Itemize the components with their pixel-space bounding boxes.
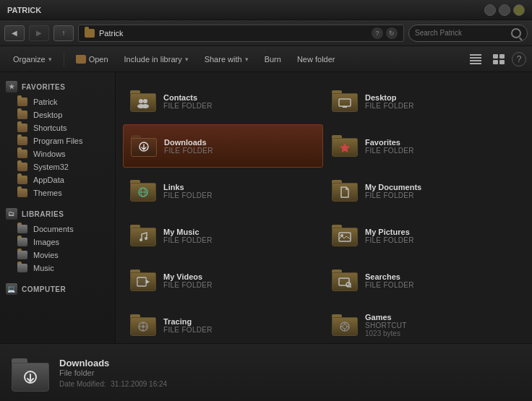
toolbar-right: ? [466,50,526,69]
tracing-type: File folder [163,326,316,334]
organize-button[interactable]: Organize [6,50,59,69]
sidebar-section-header-favorites: ★ Favorites [0,78,115,95]
svg-rect-7 [499,60,505,64]
sidebar-item-themes[interactable]: Themes [0,186,115,199]
libraries-section-icon: 🗂 [6,208,17,220]
maximize-button[interactable] [499,4,510,16]
file-item-my-documents[interactable]: My Documents File folder [325,169,525,212]
sidebar-item-label: Movies [33,251,59,259]
title-bar: Patrick [0,0,532,20]
minimize-button[interactable] [484,4,496,16]
svg-point-34 [142,325,145,328]
address-bar: ◀ ▶ ↑ Patrick ? ↻ Search Patrick [0,20,532,46]
shortcuts-folder-icon [17,124,27,132]
sidebar-item-patrick[interactable]: Patrick [0,95,115,108]
favorites-label: Favorites [22,83,65,91]
computer-label: Computer [22,285,66,293]
sidebar-item-music[interactable]: Music [0,262,115,275]
svg-point-18 [140,238,142,241]
svg-rect-2 [470,60,481,61]
searches-type: File folder [365,281,518,289]
my-videos-name: My Videos [163,272,316,281]
address-folder-icon [85,29,95,38]
sidebar-item-program-files[interactable]: Program Files [0,134,115,147]
new-folder-button[interactable]: New folder [290,50,343,69]
help-button[interactable]: ? [512,52,526,66]
sidebar-item-desktop[interactable]: Desktop [0,108,115,121]
file-item-desktop[interactable]: Desktop File folder [325,79,525,123]
tracing-folder-icon [130,314,156,336]
back-button[interactable]: ◀ [4,25,25,41]
svg-point-9 [143,99,147,103]
svg-rect-5 [499,54,505,59]
burn-button[interactable]: Burn [257,50,288,69]
sidebar-item-movies[interactable]: Movies [0,249,115,262]
computer-section-icon: 💻 [6,283,17,295]
sidebar-section-favorites: ★ Favorites Patrick Desktop Shortcuts Pr… [0,78,115,199]
open-button[interactable]: Open [69,50,116,69]
searches-folder-icon [332,270,358,291]
libraries-label: Libraries [22,210,64,218]
svg-point-19 [145,237,147,240]
my-videos-info: My Videos File folder [163,272,316,289]
games-extra: 1023 bytes [365,329,518,337]
sidebar-item-images[interactable]: Images [0,236,115,249]
images-folder-icon [17,238,27,246]
window-controls [484,4,525,16]
forward-button[interactable]: ▶ [29,25,49,41]
search-box[interactable]: Search Patrick [408,25,528,42]
file-item-my-music[interactable]: My Music File folder [123,214,323,257]
appdata-folder-icon [17,176,27,184]
status-date: Date modified: 31.12.2009 16:24 [59,380,520,388]
address-icons: ? ↻ [372,27,398,39]
file-item-links[interactable]: Links File folder [123,169,323,212]
file-item-searches[interactable]: Searches File folder [325,259,525,302]
view-details-button[interactable] [466,50,486,69]
view-tiles-button[interactable] [489,50,509,69]
address-refresh-icon[interactable]: ↻ [386,27,398,39]
include-button[interactable]: Include in library [117,50,196,69]
my-documents-folder-icon [332,180,358,202]
favorites-type: File folder [365,147,518,155]
my-videos-folder-icon [130,270,156,291]
sidebar-item-shortcuts[interactable]: Shortcuts [0,121,115,134]
close-button[interactable] [513,4,525,16]
music-folder-icon [17,264,27,272]
file-item-my-videos[interactable]: My Videos File folder [123,259,323,302]
sidebar-item-system32[interactable]: System32 [0,160,115,173]
file-grid: Contacts File folder Desktop File folder [116,72,532,343]
favorites-folder-icon-grid [332,135,358,157]
contacts-type: File folder [163,102,316,110]
my-music-info: My Music File folder [163,228,316,244]
tracing-info: Tracing File folder [163,317,316,334]
my-pictures-folder-icon [332,225,358,246]
file-item-games[interactable]: Games Shortcut 1023 bytes [325,303,525,343]
status-date-label: Date modified: [59,380,106,388]
svg-point-11 [142,104,149,108]
sidebar-item-label: AppData [33,176,64,184]
sidebar-item-windows[interactable]: Windows [0,147,115,160]
status-name: Downloads [59,358,520,368]
documents-folder-icon [17,225,27,233]
file-item-contacts[interactable]: Contacts File folder [123,79,323,123]
sidebar-item-documents[interactable]: Documents [0,223,115,236]
desktop-folder-icon-grid [332,90,358,112]
file-item-downloads[interactable]: Downloads File folder [123,124,323,168]
sidebar-item-appdata[interactable]: AppData [0,173,115,186]
file-item-tracing[interactable]: Tracing File folder [123,303,323,343]
address-field[interactable]: Patrick ? ↻ [78,25,404,42]
address-help-icon[interactable]: ? [372,27,383,39]
links-info: Links File folder [163,183,316,199]
file-item-favorites[interactable]: Favorites File folder [325,124,525,168]
window-title: Patrick [7,6,484,14]
up-button[interactable]: ↑ [53,25,74,41]
file-item-my-pictures[interactable]: My Pictures File folder [325,214,525,257]
my-music-name: My Music [163,228,316,236]
sidebar-section-computer: 💻 Computer [0,280,115,298]
system32-folder-icon [17,163,27,171]
share-button[interactable]: Share with [197,50,256,69]
sidebar-item-label: Themes [33,189,62,197]
my-documents-name: My Documents [365,183,518,191]
svg-rect-26 [339,278,349,285]
my-music-folder-icon [130,225,156,246]
